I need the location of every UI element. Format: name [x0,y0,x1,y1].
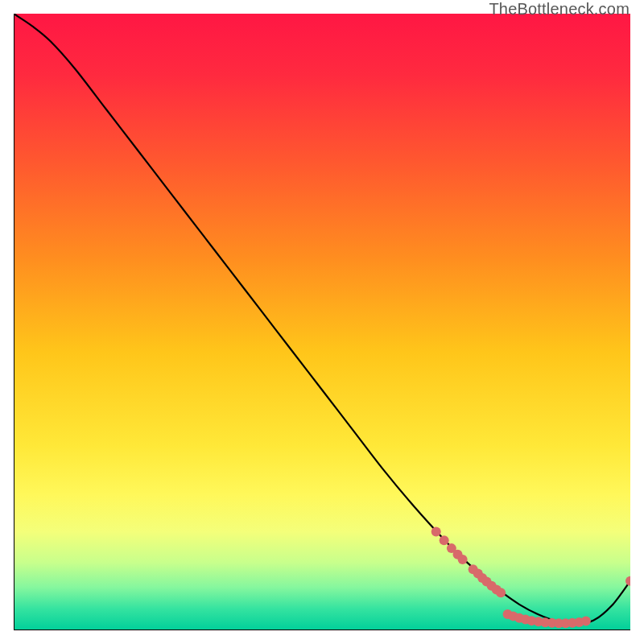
plot-area [14,14,630,630]
data-point [440,535,449,545]
data-point [496,588,506,597]
data-point [581,617,591,626]
gradient-background [14,14,630,630]
watermark-label: TheBottleneck.com [489,0,630,19]
data-point [431,526,441,536]
chart-stage: TheBottleneck.com [0,0,644,644]
bottleneck-chart [14,14,630,630]
data-point [458,555,468,564]
